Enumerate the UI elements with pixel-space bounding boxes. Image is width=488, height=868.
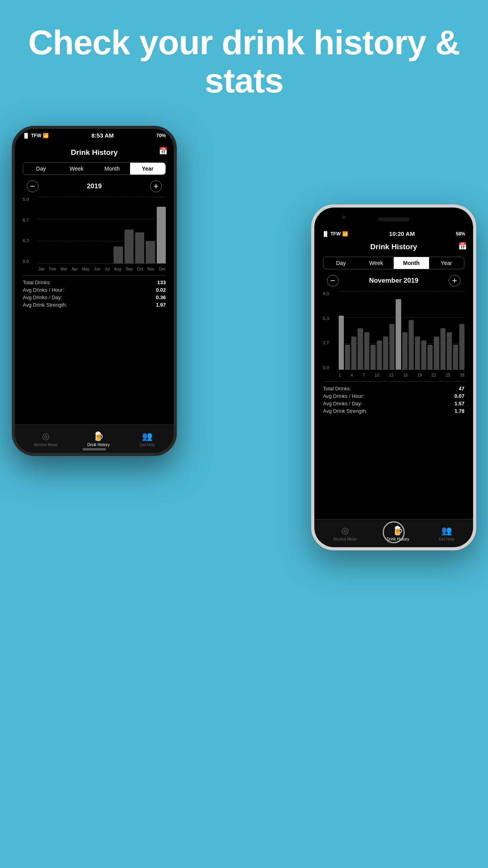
chart-x-labels-dark: JanFebMarAprMayJunJulAugSepOctNovDec — [23, 267, 166, 271]
carrier-wifi-dark: ▐▌ TFW 📶 — [23, 133, 49, 138]
carrier-white: TFW — [330, 231, 341, 237]
help-icon-white: 👥 — [441, 526, 452, 536]
home-button-white[interactable] — [383, 521, 405, 543]
wifi-icon-dark: 📶 — [43, 133, 49, 138]
chart-bar — [459, 324, 464, 370]
period-title-dark: 2019 — [87, 182, 102, 190]
screen-title-dark: Drink History — [23, 148, 166, 157]
stat-hour-value-dark: 0.02 — [156, 287, 166, 293]
stat-total-value-white: 47 — [459, 386, 464, 392]
period-nav-white: − November 2019 + — [323, 275, 464, 287]
chart-x-labels-white: 14710131619222528 — [323, 373, 464, 377]
chart-bar — [157, 207, 166, 263]
stat-total-label-white: Total Drinks: — [323, 386, 351, 392]
nav-help-label-white: Get Help — [439, 537, 454, 541]
tab-year-white[interactable]: Year — [429, 257, 464, 269]
nav-history-dark[interactable]: 🍺 Drink History — [87, 431, 110, 447]
screen-title-white: Drink History — [323, 243, 464, 251]
stat-day-label-white: Avg Drinks / Day: — [323, 401, 362, 406]
tab-month-white[interactable]: Month — [394, 257, 429, 269]
home-indicator-dark — [83, 448, 106, 451]
front-camera-white — [342, 215, 346, 219]
chart-bar — [453, 345, 458, 370]
stat-strength-white: Avg Drink Strength: 1.78 — [323, 408, 464, 414]
period-prev-white[interactable]: − — [327, 275, 339, 287]
stat-strength-dark: Avg Drink Strength: 1.97 — [23, 302, 166, 308]
chart-bar — [415, 337, 420, 370]
period-next-white[interactable]: + — [449, 275, 460, 287]
stat-hour-dark: Avg Drinks / Hour: 0.02 — [23, 287, 166, 293]
stat-hour-value-white: 0.07 — [455, 393, 464, 399]
chart-bar — [351, 337, 356, 370]
tab-week-white[interactable]: Week — [359, 257, 394, 269]
nav-history-label-dark: Drink History — [87, 443, 110, 447]
wifi-icon-white: 📶 — [342, 231, 348, 237]
tab-month-dark[interactable]: Month — [94, 163, 130, 175]
status-bar-white: ▐▌ TFW 📶 10:20 AM 58% — [314, 227, 473, 237]
stat-total-value-dark: 133 — [157, 280, 166, 285]
battery-dark: 70% — [156, 133, 166, 138]
stat-total-dark: Total Drinks: 133 — [23, 280, 166, 285]
stat-day-white: Avg Drinks / Day: 1.57 — [323, 401, 464, 406]
calendar-icon[interactable]: 📅 — [159, 147, 167, 155]
stat-total-label-dark: Total Drinks: — [23, 280, 51, 285]
chart-bar — [402, 332, 407, 370]
nav-alcohol-white[interactable]: ◎ Alcohol Meter — [333, 526, 357, 541]
chart-bars-white — [339, 291, 464, 370]
tab-week-dark[interactable]: Week — [59, 163, 95, 175]
chart-bar — [383, 337, 388, 370]
phone-white: ▐▌ TFW 📶 10:20 AM 58% 📅 Drink History Da… — [311, 204, 476, 550]
time-white: 10:20 AM — [389, 230, 415, 237]
signal-icon: ▐▌ — [23, 133, 29, 138]
nav-alcohol-label-dark: Alcohol Meter — [34, 443, 58, 447]
nav-alcohol-dark[interactable]: ◎ Alcohol Meter — [34, 431, 58, 447]
chart-bar — [434, 337, 439, 370]
chart-bars-dark — [39, 197, 166, 264]
chart-bar — [345, 345, 350, 370]
stat-day-label-dark: Avg Drinks / Day: — [23, 294, 62, 300]
chart-bar — [427, 345, 433, 370]
tab-day-white[interactable]: Day — [323, 257, 359, 269]
carrier-dark: TFW — [31, 133, 41, 138]
period-prev-dark[interactable]: − — [27, 180, 39, 192]
stat-day-dark: Avg Drinks / Day: 0.36 — [23, 294, 166, 300]
stat-day-value-dark: 0.36 — [156, 294, 166, 300]
stat-strength-label-dark: Avg Drink Strength: — [23, 302, 67, 308]
tab-year-dark[interactable]: Year — [130, 163, 166, 175]
chart-bar — [135, 232, 144, 263]
history-icon-dark: 🍺 — [93, 431, 104, 441]
chart-dark: 5.0 6.7 8.3 0.0 — [23, 197, 166, 264]
speaker-bar-white — [378, 217, 409, 221]
status-bar-dark: ▐▌ TFW 📶 8:53 AM 70% — [15, 129, 174, 139]
help-icon-dark: 👥 — [142, 431, 152, 441]
stat-day-value-white: 1.57 — [455, 401, 464, 406]
chart-bar — [396, 299, 401, 370]
time-dark: 8:53 AM — [92, 132, 114, 139]
page-header: Check your drink history & stats — [0, 0, 488, 100]
nav-help-dark[interactable]: 👥 Get Help — [139, 431, 155, 447]
calendar-icon-white[interactable]: 📅 — [458, 242, 467, 250]
chart-bar — [339, 316, 344, 370]
stat-strength-value-dark: 1.97 — [156, 302, 166, 308]
stats-white: Total Drinks: 47 Avg Drinks / Hour: 0.07… — [323, 381, 464, 414]
period-next-dark[interactable]: + — [150, 180, 162, 192]
chart-bar — [377, 340, 382, 370]
tab-day-dark[interactable]: Day — [23, 163, 59, 175]
chart-bar — [364, 332, 369, 370]
stat-total-white: Total Drinks: 47 — [323, 386, 464, 392]
alcohol-icon-dark: ◎ — [42, 431, 50, 441]
chart-bar — [146, 241, 155, 263]
chart-bar — [114, 246, 123, 263]
carrier-wifi-white: ▐▌ TFW 📶 — [322, 231, 348, 237]
stats-dark: Total Drinks: 133 Avg Drinks / Hour: 0.0… — [23, 275, 166, 308]
chart-bar — [440, 328, 446, 370]
phones-container: ▐▌ TFW 📶 8:53 AM 70% 📅 Drink History Day — [0, 126, 488, 833]
app-content-dark: Drink History Day Week Month Year − 2019… — [15, 142, 174, 313]
tab-bar-white: Day Week Month Year — [323, 257, 464, 269]
app-content-white: Drink History Day Week Month Year − Nove… — [314, 237, 473, 418]
nav-help-white[interactable]: 👥 Get Help — [439, 526, 454, 541]
nav-help-label-dark: Get Help — [139, 443, 155, 447]
battery-white: 58% — [456, 231, 465, 237]
period-nav-dark: − 2019 + — [23, 180, 166, 192]
chart-white: 8.0 5.3 2.7 0.0 — [323, 291, 464, 370]
